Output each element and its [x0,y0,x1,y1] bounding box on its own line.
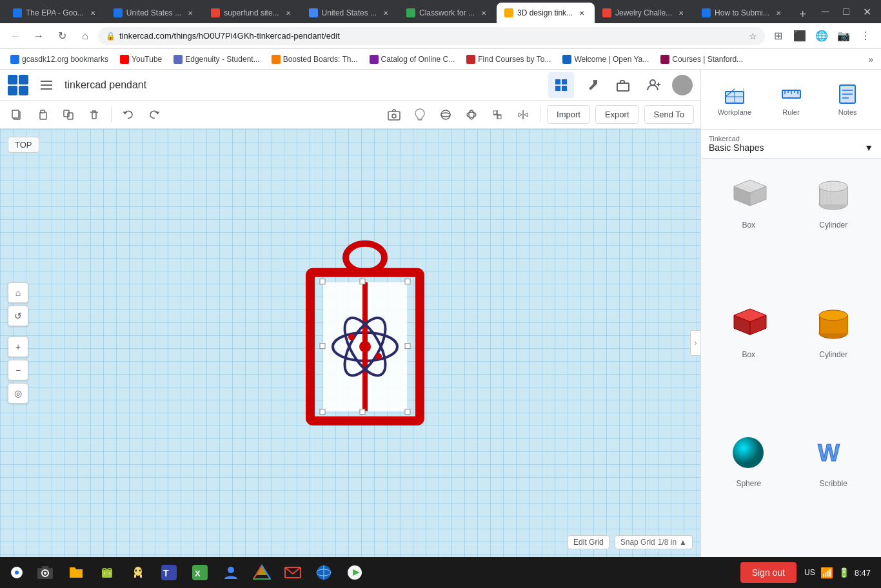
bookmark-youtube[interactable]: YouTube [115,52,167,67]
bookmark-star-icon[interactable]: ☆ [749,31,757,41]
shape-box-gray[interactable]: Box [706,164,791,293]
tinkercad-app: tinkercad pendant [0,70,700,557]
tab-classwork[interactable]: Classwork for ... ✕ [399,3,497,23]
taskbar-earth-app[interactable] [310,558,338,587]
paste-button[interactable] [31,103,54,126]
tab-close-btn[interactable]: ✕ [676,8,686,18]
taskbar-contacts-app[interactable] [217,558,245,587]
collapse-panel-handle[interactable]: › [690,330,700,356]
bookmark-find-courses[interactable]: Find Courses by To... [461,52,556,67]
taskbar-play-app[interactable] [341,558,369,587]
tab-jewelry[interactable]: Jewelry Challe... ✕ [595,3,694,23]
battery-icon[interactable]: 🔋 [838,567,849,578]
zoom-out-button[interactable]: − [8,360,28,380]
reload-button[interactable]: ↻ [52,26,72,46]
tc-logo [8,75,28,95]
back-button[interactable]: ← [5,26,26,46]
grid-view-button[interactable] [548,72,574,98]
tab-close-btn[interactable]: ✕ [185,8,195,18]
extensions-button[interactable]: ⊞ [767,26,788,46]
fit-view-button[interactable]: ◎ [8,383,28,404]
user-avatar[interactable] [672,75,693,95]
send-to-button[interactable]: Send To [644,105,694,124]
bookmark-label: Courses | Stanford... [672,55,743,64]
wifi-icon[interactable]: 📶 [820,567,833,579]
minimize-button[interactable]: ─ [817,3,835,21]
taskbar-camera-app[interactable] [31,558,59,587]
tab-close-btn[interactable]: ✕ [381,8,391,18]
tab-close-btn[interactable]: ✕ [88,8,98,18]
tab-close-btn[interactable]: ✕ [773,8,784,18]
rotate-button[interactable] [460,103,483,126]
home-view-button[interactable]: ⌂ [8,282,28,303]
qr-code-button[interactable]: ⬛ [789,26,810,46]
tab-epa[interactable]: The EPA - Goo... ✕ [5,3,106,23]
copy-button[interactable] [5,103,28,126]
close-button[interactable]: ✕ [858,3,876,21]
sign-out-button[interactable]: Sign out [740,562,797,583]
shape-box-red[interactable]: Box [706,293,791,423]
tab-superfund[interactable]: superfund site... ✕ [203,3,301,23]
taskbar-texnav-app[interactable]: T [155,558,183,587]
forward-button[interactable]: → [28,26,49,46]
taskbar-cricut-app[interactable]: X [186,558,214,587]
tab-us1[interactable]: United States ... ✕ [106,3,203,23]
bookmark-edgenuity[interactable]: Edgenuity - Student... [168,52,264,67]
zoom-in-button[interactable]: + [8,337,28,357]
new-tab-button[interactable]: + [794,5,812,23]
tab-close-btn[interactable]: ✕ [577,8,587,18]
export-button[interactable]: Export [595,105,639,124]
launcher-button[interactable] [5,561,28,584]
canvas-area[interactable]: TOP ⌂ ↺ + − ◎ [0,129,700,557]
tab-close-btn[interactable]: ✕ [479,8,489,18]
align-button[interactable] [486,103,509,126]
taskbar-drive-app[interactable] [248,558,276,587]
add-person-button[interactable] [641,72,667,98]
import-button[interactable]: Import [547,105,590,124]
snap-grid-up-arrow[interactable]: ▲ [679,538,687,547]
delete-button[interactable] [83,103,106,126]
orbit-button[interactable] [434,103,457,126]
ruler-button[interactable]: Ruler [766,77,817,121]
bookmark-gcasdk[interactable]: gcasdk12.org bookmarks [5,52,114,67]
shape-scribble[interactable]: W W Scribble [791,422,876,552]
shape-sphere-teal[interactable]: Sphere [706,422,791,552]
taskbar-files-app[interactable] [62,558,90,587]
bookmark-stanford[interactable]: Courses | Stanford... [655,52,748,67]
camera-view-button[interactable] [382,103,406,126]
undo-button[interactable] [117,103,140,126]
translate-button[interactable]: 🌐 [811,26,832,46]
tab-tinkercad[interactable]: 3D design tink... ✕ [497,3,595,23]
tab-submit[interactable]: How to Submi... ✕ [694,3,791,23]
bookmarks-more-button[interactable]: » [866,52,876,67]
shape-cylinder-orange[interactable]: Cylinder [791,293,876,423]
address-bar[interactable]: 🔒 tinkercad.com/things/hO0U7Pi4GKh-tinke… [98,27,765,45]
mirror-button[interactable] [511,103,535,126]
light-bulb-button[interactable] [408,103,431,126]
bookmark-catalog[interactable]: Catalog of Online C... [364,52,460,67]
bookmark-welcome[interactable]: Welcome | Open Ya... [557,52,654,67]
taskbar-gmail-app[interactable] [279,558,307,587]
tab-us2[interactable]: United States ... ✕ [301,3,399,23]
taskbar-linux-app[interactable] [124,558,152,587]
workplane-button[interactable]: Workplane [709,77,760,121]
tab-close-btn[interactable]: ✕ [283,8,293,18]
taskbar-android-app[interactable] [93,558,121,587]
basic-shapes-dropdown[interactable]: Basic Shapes ▼ [709,142,873,153]
duplicate-button[interactable] [57,103,80,126]
orbit-reset-button[interactable]: ↺ [8,306,28,326]
briefcase-button[interactable] [610,72,636,98]
notes-button[interactable]: Notes [822,77,873,121]
hammer-tool-button[interactable] [579,72,605,98]
pendant-object[interactable] [291,224,439,472]
home-button[interactable]: ⌂ [75,26,95,46]
basic-shapes-label: Basic Shapes [709,142,764,153]
shape-cylinder-gray[interactable]: Cylinder [791,164,876,293]
tc-menu-button[interactable] [36,75,57,95]
chrome-menu-button[interactable]: ⋮ [855,26,876,46]
edit-grid-button[interactable]: Edit Grid [568,535,609,549]
redo-button[interactable] [143,103,166,126]
bookmark-boosted[interactable]: Boosted Boards: Th... [266,52,363,67]
screenshot-button[interactable]: 📷 [833,26,854,46]
maximize-button[interactable]: □ [837,3,855,21]
